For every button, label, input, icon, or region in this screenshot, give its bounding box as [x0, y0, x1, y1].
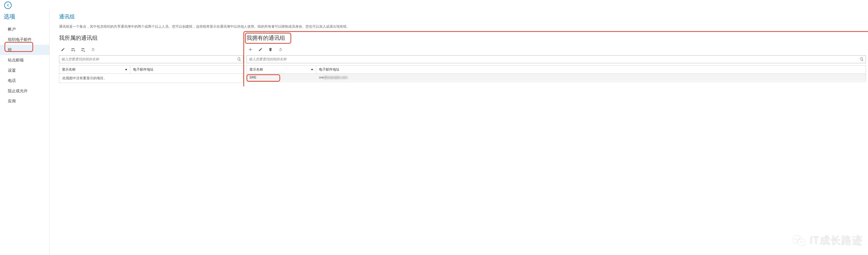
page-title: 通讯组 — [59, 13, 868, 20]
grid-owned-groups: 显示名称 电子邮件地址 SREsre@example.com — [247, 65, 866, 82]
sort-asc-icon — [311, 67, 313, 71]
grid-member-groups: 显示名称 电子邮件地址 此视图中没有要显示的项目。 — [59, 65, 243, 83]
sort-asc-icon — [125, 67, 127, 71]
sidebar-item[interactable]: 电话 — [0, 75, 49, 86]
search-icon[interactable] — [858, 57, 866, 61]
sidebar-title: 选项 — [0, 12, 49, 24]
panel-member-title: 我所属的通讯组 — [59, 34, 98, 42]
content-area: 通讯组 通讯组是一个集合，其中包含组织的共享通讯簿中的两个或两个以上人员。您可以… — [50, 10, 868, 255]
search-member-groups — [59, 55, 243, 63]
table-row[interactable]: SREsre@example.com — [247, 74, 866, 81]
empty-message: 此视图中没有要显示的项目。 — [59, 74, 243, 83]
sidebar-item[interactable]: 阻止或允许 — [0, 86, 49, 96]
col-email-label: 电子邮件地址 — [319, 67, 339, 72]
edit-icon[interactable] — [61, 47, 65, 52]
panel-owned-groups: 我拥有的通讯组 显示名称 — [247, 34, 868, 83]
col-header-name[interactable]: 显示名称 — [59, 66, 130, 73]
sidebar-item[interactable]: 设置 — [0, 65, 49, 75]
search-input-member[interactable] — [59, 56, 235, 63]
cell-email: sre@example.com — [316, 74, 866, 81]
refresh-icon[interactable] — [278, 47, 283, 52]
col-name-label: 显示名称 — [62, 67, 75, 72]
sidebar-item[interactable]: 站点邮箱 — [0, 55, 49, 65]
sidebar-item[interactable]: 帐户 — [0, 24, 49, 34]
search-icon[interactable] — [235, 57, 243, 61]
col-email-label: 电子邮件地址 — [133, 67, 154, 72]
join-group-icon[interactable] — [70, 47, 75, 52]
panel-member-groups: 我所属的通讯组 显示名称 — [59, 34, 243, 83]
page-description: 通讯组是一个集合，其中包含组织的共享通讯簿中的两个或两个以上人员。您可以创建组，… — [59, 24, 868, 30]
leave-group-icon[interactable] — [81, 47, 85, 52]
watermark: IT成长路迹 — [792, 233, 863, 248]
watermark-text: IT成长路迹 — [809, 233, 863, 248]
sidebar-item[interactable]: 应用 — [0, 96, 49, 106]
search-owned-groups — [247, 55, 866, 63]
sidebar-item[interactable]: 组 — [0, 45, 49, 55]
col-name-label: 显示名称 — [249, 67, 263, 72]
cell-name: SRE — [247, 74, 316, 81]
edit-icon[interactable] — [258, 47, 263, 52]
search-input-owned[interactable] — [247, 56, 858, 63]
add-icon[interactable] — [248, 47, 253, 52]
back-button[interactable] — [4, 2, 11, 9]
col-header-name[interactable]: 显示名称 — [247, 66, 316, 73]
panel-owned-title: 我拥有的通讯组 — [247, 34, 285, 42]
delete-icon[interactable] — [268, 47, 273, 52]
sidebar: 选项 帐户组织电子邮件组站点邮箱设置电话阻止或允许应用 — [0, 10, 50, 255]
col-header-email[interactable]: 电子邮件地址 — [316, 66, 866, 73]
sidebar-item[interactable]: 组织电子邮件 — [0, 34, 49, 45]
refresh-icon[interactable] — [91, 47, 95, 52]
col-header-email[interactable]: 电子邮件地址 — [130, 66, 243, 73]
